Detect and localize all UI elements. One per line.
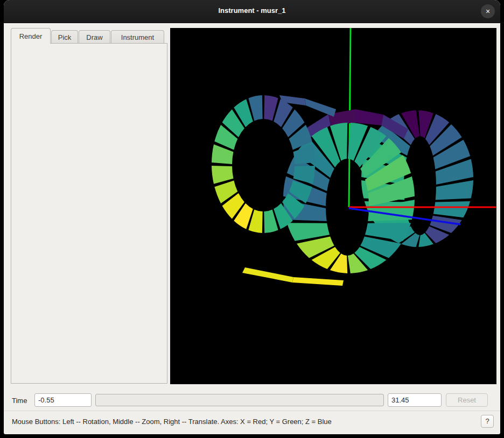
status-divider: [4, 411, 500, 411]
detector-segment-back-right-ring[interactable]: [433, 201, 471, 217]
detector-wall-left-top-wall[interactable]: [305, 98, 336, 117]
tab-draw[interactable]: Draw: [79, 30, 110, 44]
status-text: Mouse Buttons: Left -- Rotation, Middle …: [12, 418, 332, 426]
detector-segment-front-left-ring[interactable]: [212, 166, 233, 184]
render-tab-pane: [11, 43, 167, 384]
detector-wall-bottom-inner-wall[interactable]: [292, 277, 344, 286]
detector-wall-top-outer-wall[interactable]: [355, 109, 383, 125]
detector-wall-bottom-inner-wall[interactable]: [242, 267, 293, 282]
instrument-3d-view[interactable]: [170, 28, 496, 384]
close-button[interactable]: ×: [481, 4, 495, 18]
time-label: Time: [12, 397, 27, 405]
time-max-input[interactable]: 31.45: [388, 393, 442, 407]
instrument-window: Instrument - musr_1 × RenderPickDrawInst…: [4, 0, 500, 434]
window-title: Instrument - musr_1: [4, 6, 500, 15]
time-reset-button[interactable]: Reset: [446, 393, 488, 407]
tab-instrument[interactable]: Instrument: [111, 30, 164, 44]
time-min-input[interactable]: -0.55: [34, 393, 92, 407]
desktop-background: Instrument - musr_1 × RenderPickDrawInst…: [0, 0, 504, 438]
title-bar[interactable]: Instrument - musr_1 ×: [4, 0, 500, 23]
tab-pick[interactable]: Pick: [51, 30, 78, 44]
help-button[interactable]: ?: [481, 415, 494, 428]
tab-render[interactable]: Render: [11, 28, 51, 44]
time-slider[interactable]: [95, 394, 384, 406]
